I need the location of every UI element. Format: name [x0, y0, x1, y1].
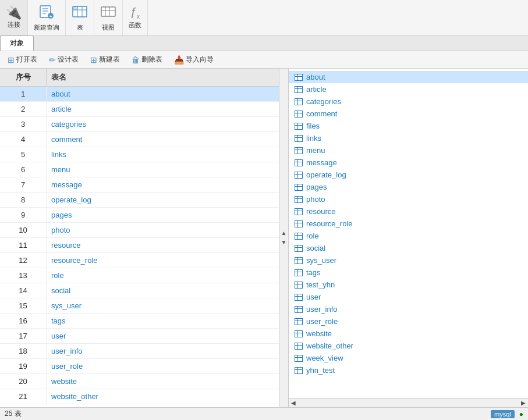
object-item[interactable]: categories [289, 95, 528, 108]
object-item[interactable]: menu [289, 144, 528, 156]
object-item[interactable]: website [289, 328, 528, 340]
view-button[interactable]: 视图 [94, 0, 123, 35]
table-row[interactable]: 21 website_other [0, 389, 279, 404]
object-item[interactable]: yhn_test [289, 364, 528, 376]
main-toolbar: 🔌 连接 + 新建查询 表 [0, 0, 528, 36]
table-list-body[interactable]: 1 about 2 article 3 categories 4 comment… [0, 87, 279, 407]
table-name: about [47, 87, 279, 101]
object-item[interactable]: photo [289, 193, 528, 205]
table-row[interactable]: 13 role [0, 268, 279, 283]
table-row[interactable]: 19 user_role [0, 359, 279, 374]
left-scroll-arrows: ▲ ▼ [279, 69, 289, 407]
delete-table-button[interactable]: 🗑 删除表 [126, 52, 168, 67]
object-table-icon [293, 86, 304, 94]
open-table-button[interactable]: ⊞ 打开表 [2, 52, 42, 67]
table-row[interactable]: 4 comment [0, 132, 279, 147]
table-name: operate_log [47, 193, 279, 207]
object-item[interactable]: website_other [289, 340, 528, 352]
object-table-icon [293, 195, 304, 204]
object-item[interactable]: social [289, 242, 528, 254]
table-seq: 1 [0, 87, 47, 101]
table-name: role [47, 268, 279, 283]
object-item[interactable]: operate_log [289, 169, 528, 181]
table-name: user_info [47, 344, 279, 358]
object-item[interactable]: links [289, 132, 528, 144]
table-row[interactable]: 18 user_info [0, 344, 279, 359]
table-button[interactable]: 表 [66, 0, 94, 35]
object-item[interactable]: pages [289, 181, 528, 193]
object-item[interactable]: user [289, 291, 528, 303]
scroll-right-arrow[interactable]: ▶ [521, 400, 526, 406]
object-table-icon [293, 244, 304, 252]
object-table-icon [293, 159, 304, 167]
table-row[interactable]: 3 categories [0, 117, 279, 132]
connect-button[interactable]: 🔌 连接 [0, 0, 28, 35]
scroll-down-arrow[interactable]: ▼ [280, 239, 288, 247]
table-row[interactable]: 9 pages [0, 208, 279, 223]
object-item[interactable]: user_role [289, 315, 528, 328]
table-seq: 12 [0, 253, 47, 268]
table-row[interactable]: 6 menu [0, 162, 279, 177]
scroll-left-arrow[interactable]: ◀ [291, 400, 296, 406]
object-item[interactable]: comment [289, 108, 528, 120]
table-row[interactable]: 5 links [0, 147, 279, 162]
object-item[interactable]: resource [289, 205, 528, 218]
scroll-up-arrow[interactable]: ▲ [280, 229, 288, 237]
object-table-icon [293, 208, 304, 216]
table-seq: 2 [0, 102, 47, 116]
table-row[interactable]: 1 about [0, 87, 279, 102]
object-item[interactable]: about [289, 71, 528, 83]
table-row[interactable]: 10 photo [0, 223, 279, 238]
table-row[interactable]: 7 message [0, 177, 279, 193]
table-seq: 20 [0, 374, 47, 389]
function-button[interactable]: ƒx 函数 [123, 0, 148, 35]
object-item[interactable]: message [289, 156, 528, 169]
object-table-icon [293, 330, 304, 338]
table-row[interactable]: 2 article [0, 102, 279, 117]
object-item[interactable]: files [289, 120, 528, 132]
object-list[interactable]: about article categories comment files l… [289, 69, 528, 398]
table-seq: 18 [0, 344, 47, 358]
table-row[interactable]: 17 user [0, 329, 279, 344]
object-table-icon [293, 354, 304, 362]
table-name: resource_role [47, 253, 279, 268]
object-name: test_yhn [306, 280, 335, 289]
import-wizard-button[interactable]: 📥 导入向导 [169, 52, 219, 67]
object-item[interactable]: resource_role [289, 218, 528, 230]
table-name: user [47, 329, 279, 343]
db-badge: mysql [491, 410, 515, 418]
action-bar: ⊞ 打开表 ✏ 设计表 ⊞ 新建表 🗑 删除表 📥 导入向导 [0, 51, 528, 69]
object-item[interactable]: article [289, 83, 528, 95]
object-table-icon [293, 281, 304, 289]
table-name: website [47, 374, 279, 389]
object-name: resource_role [306, 219, 353, 228]
table-name: user_role [47, 359, 279, 373]
object-table-icon [293, 183, 304, 191]
table-row[interactable]: 12 resource_role [0, 253, 279, 268]
new-query-button[interactable]: + 新建查询 [28, 0, 66, 35]
table-name: photo [47, 223, 279, 237]
object-item[interactable]: user_info [289, 303, 528, 315]
design-table-button[interactable]: ✏ 设计表 [44, 52, 84, 67]
object-table-icon [293, 147, 304, 155]
table-name: message [47, 177, 279, 192]
arrows-container: ▲ ▼ [280, 229, 288, 247]
object-name: week_view [306, 354, 343, 362]
table-row[interactable]: 15 sys_user [0, 298, 279, 314]
table-row[interactable]: 14 social [0, 283, 279, 298]
object-item[interactable]: sys_user [289, 254, 528, 266]
object-item[interactable]: tags [289, 266, 528, 279]
table-row[interactable]: 16 tags [0, 314, 279, 329]
tab-objects[interactable]: 对象 [0, 35, 34, 51]
object-name: role [306, 232, 319, 240]
object-item[interactable]: role [289, 230, 528, 242]
table-row[interactable]: 8 operate_log [0, 193, 279, 208]
table-row[interactable]: 20 website [0, 374, 279, 389]
object-item[interactable]: week_view [289, 352, 528, 364]
design-table-icon: ✏ [49, 55, 56, 65]
table-row[interactable]: 11 resource [0, 238, 279, 253]
new-table-button[interactable]: ⊞ 新建表 [85, 52, 125, 67]
object-name: user_info [306, 305, 337, 314]
object-table-icon [293, 269, 304, 277]
object-item[interactable]: test_yhn [289, 279, 528, 291]
